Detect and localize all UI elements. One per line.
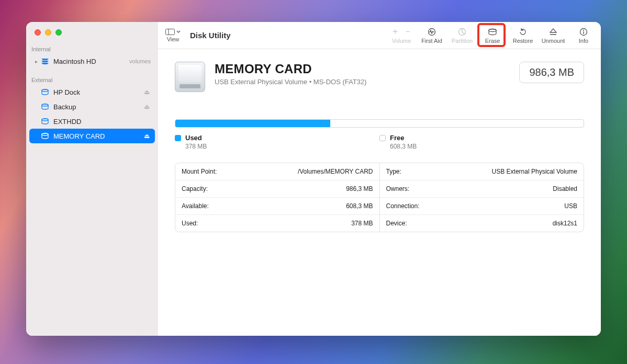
volume-total-size: 986,3 MB — [519, 62, 584, 83]
zoom-window-button[interactable] — [55, 29, 62, 36]
detail-row: Connection:USB — [380, 197, 584, 214]
svg-point-11 — [583, 30, 584, 31]
disclosure-triangle-icon[interactable]: ▸ — [32, 59, 40, 64]
svg-point-1 — [42, 104, 48, 106]
info-button[interactable]: Info — [572, 26, 596, 45]
sidebar-item-label: HP Dock — [53, 88, 142, 96]
external-disk-icon — [40, 103, 50, 111]
legend-used: Used 378 MB — [175, 134, 379, 150]
detail-row: Type:USB External Physical Volume — [380, 163, 584, 180]
restore-button[interactable]: Restore — [511, 26, 535, 45]
sidebar-item-label: MEMORY CARD — [53, 132, 142, 140]
disk-utility-window: Internal ▸ Macintosh HD volumes External… — [26, 22, 601, 336]
erase-icon — [487, 27, 498, 37]
sidebar: Internal ▸ Macintosh HD volumes External… — [26, 22, 158, 336]
sidebar-item-exthdd[interactable]: EXTHDD — [29, 114, 155, 129]
window-title: Disk Utility — [190, 31, 231, 40]
sidebar-section-internal: Internal — [26, 43, 158, 54]
close-window-button[interactable] — [35, 29, 41, 36]
first-aid-button[interactable]: First Aid — [420, 26, 444, 45]
drive-icon — [175, 62, 205, 92]
detail-row: Used:378 MB — [175, 214, 379, 232]
content-area: MEMORY CARD USB External Physical Volume… — [158, 49, 601, 336]
unmount-button[interactable]: Unmount — [541, 26, 565, 45]
view-menu-button[interactable]: View — [165, 29, 181, 42]
detail-row: Available:608,3 MB — [175, 197, 379, 214]
sidebar-item-backup[interactable]: Backup⏏ — [29, 99, 155, 114]
sidebar-item-label: EXTHDD — [53, 118, 151, 126]
partition-icon — [458, 27, 466, 37]
unmount-icon — [549, 27, 557, 37]
free-swatch-icon — [379, 135, 386, 141]
used-swatch-icon — [175, 135, 181, 141]
restore-icon — [519, 27, 527, 37]
details-table: Mount Point:/Volumes/MEMORY CARDCapacity… — [175, 163, 584, 232]
usage-bar-used — [175, 120, 330, 127]
sidebar-item-label: Macintosh HD — [53, 58, 126, 65]
sidebar-item-macintosh-hd[interactable]: ▸ Macintosh HD volumes — [29, 54, 155, 69]
external-disk-icon — [40, 88, 50, 96]
info-icon — [579, 27, 588, 37]
plus-icon: ＋ — [391, 26, 399, 37]
svg-point-0 — [42, 89, 48, 92]
minus-icon: － — [404, 26, 412, 37]
sidebar-item-memory-card[interactable]: MEMORY CARD⏏ — [29, 129, 155, 143]
eject-icon[interactable]: ⏏ — [142, 103, 151, 110]
sidebar-item-hp-dock[interactable]: HP Dock⏏ — [29, 85, 155, 99]
svg-point-8 — [489, 29, 496, 31]
svg-rect-4 — [166, 29, 175, 35]
first-aid-icon — [427, 27, 436, 37]
window-controls — [26, 29, 158, 36]
partition-button: Partition — [450, 26, 474, 45]
sidebar-section-external: External — [26, 74, 158, 85]
sidebar-layout-icon — [165, 29, 175, 35]
main-panel: View Disk Utility ＋ － Volume First Aid — [158, 22, 601, 336]
detail-row: Capacity:986,3 MB — [175, 180, 379, 197]
svg-rect-12 — [583, 31, 584, 34]
eject-icon[interactable]: ⏏ — [142, 132, 151, 140]
svg-point-3 — [42, 133, 48, 135]
eject-icon[interactable]: ⏏ — [142, 88, 151, 96]
toolbar: View Disk Utility ＋ － Volume First Aid — [158, 22, 601, 49]
detail-row: Mount Point:/Volumes/MEMORY CARD — [175, 163, 379, 180]
volume-name: MEMORY CARD — [215, 62, 366, 76]
external-disk-icon — [40, 132, 50, 140]
erase-button[interactable]: Erase — [480, 26, 505, 45]
volume-add-remove-button: ＋ － Volume — [389, 26, 413, 45]
detail-row: Device:disk12s1 — [380, 214, 584, 232]
usage-bar — [175, 119, 584, 128]
minimize-window-button[interactable] — [45, 29, 51, 36]
chevron-down-icon — [176, 30, 181, 33]
detail-row: Owners:Disabled — [380, 180, 584, 197]
volume-stack-icon — [40, 57, 50, 65]
svg-point-2 — [42, 119, 48, 121]
toolbar-actions: ＋ － Volume First Aid Partition — [389, 26, 596, 45]
sidebar-item-subtitle: volumes — [129, 58, 151, 64]
sidebar-item-label: Backup — [53, 103, 142, 111]
volume-subtitle: USB External Physical Volume • MS-DOS (F… — [215, 78, 366, 86]
external-disk-icon — [40, 117, 50, 126]
legend-free: Free 608,3 MB — [379, 134, 584, 150]
